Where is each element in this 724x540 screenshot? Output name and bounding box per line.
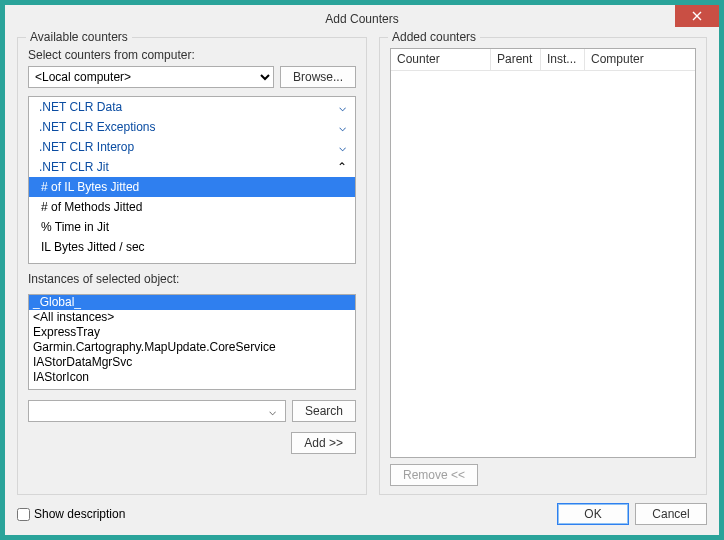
- add-counters-dialog: Add Counters Available counters Select c…: [4, 4, 720, 536]
- add-button[interactable]: Add >>: [291, 432, 356, 454]
- instance-item[interactable]: IAStorDataMgrSvc: [29, 355, 355, 370]
- counter-item[interactable]: IL Bytes Jitted / sec: [29, 237, 355, 257]
- chevron-down-icon: ⌵: [265, 404, 281, 418]
- chevron-down-icon: ⌵: [337, 120, 347, 134]
- added-counters-group: Added counters Counter Parent Inst... Co…: [379, 37, 707, 495]
- chevron-down-icon: ⌵: [337, 140, 347, 154]
- search-button[interactable]: Search: [292, 400, 356, 422]
- counter-category[interactable]: .NET CLR Interop⌵: [29, 137, 355, 157]
- grid-body: [391, 71, 695, 457]
- remove-button[interactable]: Remove <<: [390, 464, 478, 486]
- counter-item[interactable]: # of Methods Jitted: [29, 197, 355, 217]
- instance-item[interactable]: <All instances>: [29, 310, 355, 325]
- show-description-checkbox[interactable]: Show description: [17, 507, 125, 521]
- counter-item[interactable]: # of IL Bytes Jitted: [29, 177, 355, 197]
- search-combo[interactable]: ⌵: [28, 400, 286, 422]
- available-counters-legend: Available counters: [26, 30, 132, 44]
- computer-combo[interactable]: <Local computer>: [28, 66, 274, 88]
- col-inst[interactable]: Inst...: [541, 49, 585, 70]
- browse-button[interactable]: Browse...: [280, 66, 356, 88]
- counter-tree[interactable]: .NET CLR Data⌵.NET CLR Exceptions⌵.NET C…: [28, 96, 356, 264]
- added-counters-legend: Added counters: [388, 30, 480, 44]
- ok-button[interactable]: OK: [557, 503, 629, 525]
- grid-header: Counter Parent Inst... Computer: [391, 49, 695, 71]
- instance-item[interactable]: _Global_: [29, 295, 355, 310]
- instance-item[interactable]: ExpressTray: [29, 325, 355, 340]
- show-description-label: Show description: [34, 507, 125, 521]
- show-description-input[interactable]: [17, 508, 30, 521]
- instance-item[interactable]: Garmin.Cartography.MapUpdate.CoreService: [29, 340, 355, 355]
- instances-list[interactable]: _Global_<All instances>ExpressTrayGarmin…: [28, 294, 356, 390]
- close-button[interactable]: [675, 5, 719, 27]
- chevron-down-icon: ⌵: [337, 100, 347, 114]
- col-parent[interactable]: Parent: [491, 49, 541, 70]
- counter-category[interactable]: .NET CLR Exceptions⌵: [29, 117, 355, 137]
- col-computer[interactable]: Computer: [585, 49, 695, 70]
- counter-item[interactable]: % Time in Jit: [29, 217, 355, 237]
- chevron-up-icon: ⌃: [337, 160, 347, 174]
- col-counter[interactable]: Counter: [391, 49, 491, 70]
- instance-item[interactable]: IAStorIcon: [29, 370, 355, 385]
- counter-category[interactable]: .NET CLR Jit⌃: [29, 157, 355, 177]
- close-icon: [692, 11, 702, 21]
- added-counters-grid[interactable]: Counter Parent Inst... Computer: [390, 48, 696, 458]
- available-counters-group: Available counters Select counters from …: [17, 37, 367, 495]
- titlebar: Add Counters: [5, 5, 719, 33]
- select-computer-label: Select counters from computer:: [28, 48, 356, 62]
- instances-label: Instances of selected object:: [28, 272, 356, 286]
- window-title: Add Counters: [325, 12, 398, 26]
- cancel-button[interactable]: Cancel: [635, 503, 707, 525]
- counter-category[interactable]: .NET CLR Data⌵: [29, 97, 355, 117]
